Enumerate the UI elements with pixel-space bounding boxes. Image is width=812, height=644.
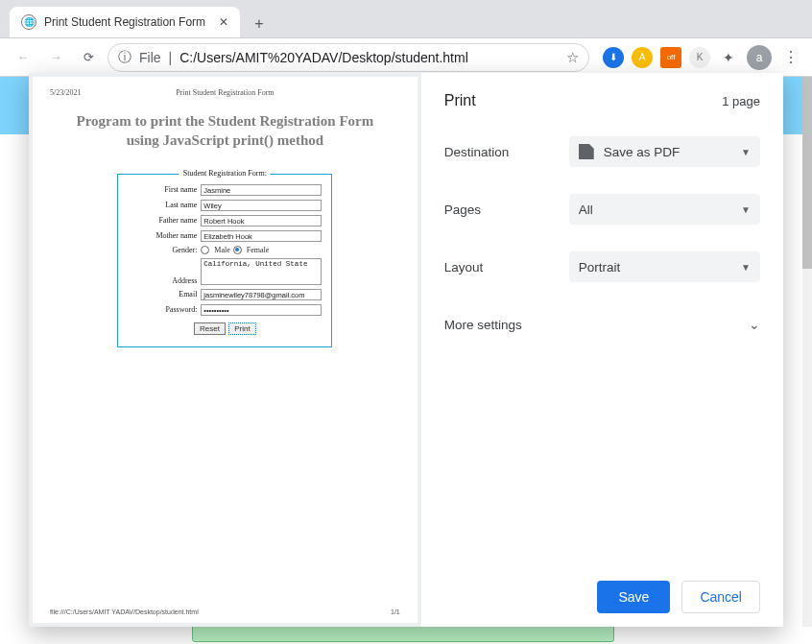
more-settings-label: More settings: [444, 318, 522, 332]
row-password: Password: ••••••••••: [128, 304, 322, 316]
preview-footer-page: 1/1: [391, 608, 400, 615]
label-last-name: Last name: [128, 201, 197, 209]
registration-form: Student Registration Form: First name Ja…: [117, 174, 332, 347]
destination-value: Save as PDF: [604, 145, 681, 159]
input-first-name: Jasmine: [201, 184, 322, 196]
label-female: Female: [247, 246, 270, 254]
address-bar[interactable]: ⓘ File | C:/Users/AMIT%20YADAV/Desktop/s…: [107, 43, 589, 72]
chevron-down-icon: ▼: [741, 262, 751, 273]
row-layout: Layout Portrait ▼: [444, 251, 760, 282]
label-pages: Pages: [444, 203, 569, 217]
input-last-name: Wiley: [201, 200, 322, 211]
preview-header: Print Student Registration Form: [33, 88, 418, 97]
radio-female: [233, 246, 242, 254]
reload-button[interactable]: ⟳: [75, 44, 102, 71]
layout-value: Portrait: [579, 260, 621, 274]
url-separator: |: [169, 50, 173, 65]
input-email: jasminewiley78798@gmail.com: [201, 289, 322, 300]
label-first-name: First name: [128, 185, 197, 194]
settings-header: Print 1 page: [444, 92, 760, 109]
extension-icon[interactable]: A: [632, 47, 653, 68]
row-last-name: Last name Wiley: [128, 200, 322, 211]
row-destination: Destination Save as PDF ▼: [444, 136, 760, 167]
input-address: California, United State: [201, 258, 322, 285]
print-button: Print: [228, 322, 255, 335]
select-pages[interactable]: All ▼: [569, 194, 760, 225]
preview-title-line2: using JavaScript print() method: [127, 132, 323, 148]
cancel-button[interactable]: Cancel: [681, 581, 760, 613]
label-layout: Layout: [444, 260, 569, 274]
input-father-name: Robert Hook: [201, 215, 322, 227]
input-password: ••••••••••: [201, 304, 322, 316]
form-buttons: Reset Print: [128, 320, 322, 335]
url-text: C:/Users/AMIT%20YADAV/Desktop/student.ht…: [179, 50, 559, 65]
url-scheme: File: [139, 50, 161, 65]
preview-footer-url: file:///C:/Users/AMIT YADAV/Desktop/stud…: [50, 608, 199, 615]
row-mother-name: Mother name Elizabeth Hook: [128, 230, 322, 242]
select-destination[interactable]: Save as PDF ▼: [569, 136, 760, 167]
select-layout[interactable]: Portrait ▼: [569, 251, 760, 282]
info-icon: ⓘ: [118, 49, 131, 66]
label-father-name: Father name: [128, 216, 197, 225]
window-scrollbar[interactable]: [802, 77, 812, 627]
page-count: 1 page: [722, 94, 760, 108]
back-button[interactable]: ←: [10, 44, 36, 71]
extension-icons: ⬇ A off K ✦ a ⋮: [603, 45, 802, 70]
print-settings: Print 1 page Destination Save as PDF ▼ P…: [421, 73, 783, 627]
label-destination: Destination: [444, 145, 569, 159]
globe-icon: 🌐: [21, 14, 36, 30]
form-legend: Student Registration Form:: [179, 169, 271, 178]
new-tab-button[interactable]: +: [246, 11, 273, 37]
row-first-name: First name Jasmine: [128, 184, 322, 196]
avatar[interactable]: a: [747, 45, 772, 70]
label-mother-name: Mother name: [128, 231, 197, 240]
radio-male: [201, 246, 209, 254]
reset-button: Reset: [194, 322, 226, 335]
tab-strip: 🌐 Print Student Registration Form ✕ +: [0, 0, 812, 38]
print-dialog: 5/23/2021 Print Student Registration For…: [29, 73, 783, 627]
pages-value: All: [579, 203, 593, 217]
browser-tab[interactable]: 🌐 Print Student Registration Form ✕: [10, 7, 240, 37]
extension-icon[interactable]: K: [689, 47, 710, 68]
label-gender: Gender:: [128, 246, 197, 254]
input-mother-name: Elizabeth Hook: [201, 230, 322, 242]
print-preview: 5/23/2021 Print Student Registration For…: [29, 73, 421, 627]
label-male: Male: [214, 246, 229, 254]
print-title: Print: [444, 92, 476, 109]
row-gender: Gender: Male Female: [128, 246, 322, 254]
preview-title: Program to print the Student Registratio…: [50, 111, 400, 151]
chevron-down-icon: ▼: [741, 204, 751, 215]
dialog-buttons: Save Cancel: [444, 565, 760, 613]
row-pages: Pages All ▼: [444, 194, 760, 225]
save-button[interactable]: Save: [597, 581, 670, 613]
close-icon[interactable]: ✕: [219, 15, 228, 29]
browser-toolbar: ← → ⟳ ⓘ File | C:/Users/AMIT%20YADAV/Des…: [0, 38, 812, 77]
label-password: Password:: [128, 305, 197, 314]
row-father-name: Father name Robert Hook: [128, 215, 322, 227]
extensions-puzzle-icon[interactable]: ✦: [718, 47, 739, 68]
pdf-file-icon: [579, 144, 594, 159]
label-address: Address: [128, 276, 197, 285]
extension-icon[interactable]: off: [660, 47, 681, 68]
extension-icon[interactable]: ⬇: [603, 47, 624, 68]
chevron-down-icon: ▼: [741, 147, 751, 157]
preview-page: 5/23/2021 Print Student Registration For…: [33, 77, 418, 623]
preview-title-line1: Program to print the Student Registratio…: [77, 113, 374, 129]
label-email: Email: [128, 290, 197, 298]
chrome-menu-button[interactable]: ⋮: [779, 48, 802, 66]
forward-button[interactable]: →: [42, 44, 69, 71]
row-email: Email jasminewiley78798@gmail.com: [128, 289, 322, 300]
bookmark-icon[interactable]: ☆: [566, 49, 579, 66]
chevron-down-icon: ⌄: [749, 317, 760, 332]
tab-title: Print Student Registration Form: [44, 15, 211, 29]
row-address: Address California, United State: [128, 258, 322, 285]
more-settings-toggle[interactable]: More settings ⌄: [444, 317, 760, 332]
